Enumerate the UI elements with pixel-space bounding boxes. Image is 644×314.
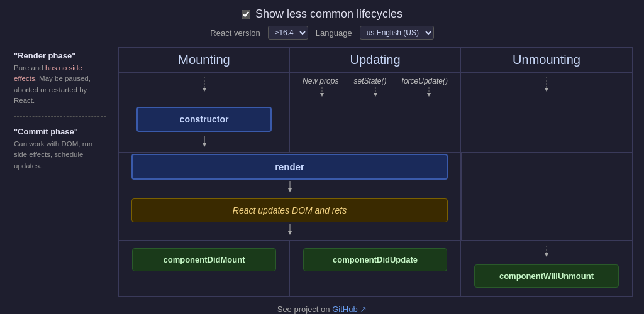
constructor-box: constructor [136, 107, 272, 132]
did-mount-cell: componentDidMount [119, 240, 290, 296]
svg-marker-5 [374, 93, 377, 97]
react-version-select[interactable]: ≥16.4 [268, 26, 308, 40]
trigger1-label: New props [303, 77, 338, 85]
commit-phase-section: "Commit phase" Can work with DOM, run si… [14, 127, 106, 171]
mounting-trigger-cell [119, 73, 290, 102]
constructor-arrow [201, 136, 208, 149]
sidebar: "Render phase" Pure and has no side effe… [6, 45, 113, 300]
dom-span-cell: React updates DOM and refs [119, 197, 461, 240]
svg-marker-15 [288, 231, 292, 235]
did-update-cell: componentDidUpdate [290, 240, 461, 296]
unmount-arrow [543, 246, 550, 259]
render-span-cell: render [119, 152, 461, 197]
unmounting-render-empty [461, 152, 632, 197]
footer: See project on GitHub ↗ [277, 300, 367, 314]
svg-marker-11 [203, 143, 206, 147]
lifecycle-checkbox[interactable] [242, 10, 250, 19]
svg-marker-17 [545, 253, 548, 257]
title-row: Show less common lifecycles [242, 8, 402, 21]
unmounting-header: Unmounting [461, 48, 632, 73]
unmounting-dom-empty [461, 197, 632, 240]
language-label: Language [316, 28, 352, 38]
dom-box: React updates DOM and refs [131, 198, 448, 222]
updating-arrows [295, 87, 455, 99]
react-version-label: React version [210, 28, 260, 38]
render-box: render [131, 154, 448, 180]
svg-marker-1 [203, 88, 206, 92]
unmounting-blank-constructor [461, 102, 632, 152]
updating-blank-constructor [290, 102, 461, 152]
title-text: Show less common lifecycles [255, 8, 402, 21]
main-content: "Render phase" Pure and has no side effe… [0, 45, 644, 300]
svg-marker-9 [545, 88, 548, 92]
unmounting-dashed-arrow [543, 77, 550, 95]
language-select[interactable]: us English (US) [360, 26, 434, 40]
mounting-dashed-arrow [201, 77, 208, 95]
github-link[interactable]: GitHub ↗ [332, 305, 367, 314]
constructor-cell: constructor [119, 102, 290, 152]
updating-arrow2 [372, 87, 379, 99]
controls-row: React version ≥16.4 Language us English … [210, 26, 433, 40]
svg-marker-3 [320, 93, 324, 97]
will-unmount-box: componentWillUnmount [474, 264, 619, 288]
updating-arrow1 [319, 87, 325, 99]
commit-phase-desc: Can work with DOM, run side effects, sch… [14, 139, 106, 171]
commit-phase-label: "Commit phase" [14, 127, 106, 136]
external-link-icon: ↗ [360, 305, 367, 314]
trigger3-label: forceUpdate() [402, 77, 448, 85]
render-phase-desc: Pure and has no side effects. May be pau… [14, 63, 106, 106]
updating-title: Updating [350, 53, 400, 67]
dom-arrow [287, 224, 293, 237]
github-link-label: GitHub [332, 305, 357, 314]
mounting-header: Mounting [119, 48, 290, 73]
render-phase-section: "Render phase" Pure and has no side effe… [14, 51, 106, 106]
mounting-title: Mounting [178, 53, 230, 67]
unmounting-trigger-cell [461, 73, 632, 102]
footer-text: See project on [277, 305, 332, 314]
diagram: Mounting Updating Unmounting New props s… [113, 45, 638, 300]
updating-arrow3 [426, 87, 432, 99]
top-bar: Show less common lifecycles React versio… [0, 0, 644, 45]
highlight-text: has no side effects [14, 64, 82, 82]
render-phase-label: "Render phase" [14, 51, 106, 60]
updating-header: Updating [290, 48, 461, 73]
did-mount-box: componentDidMount [132, 248, 277, 271]
svg-marker-7 [427, 93, 431, 97]
diagram-grid: Mounting Updating Unmounting New props s… [118, 47, 633, 297]
will-unmount-cell: componentWillUnmount [461, 240, 632, 296]
did-update-box: componentDidUpdate [303, 248, 448, 271]
svg-marker-13 [288, 188, 292, 192]
updating-trigger-cell: New props setState() forceUpdate() [290, 73, 461, 102]
unmounting-title: Unmounting [513, 53, 580, 67]
trigger2-label: setState() [353, 77, 386, 85]
sidebar-divider [14, 116, 106, 117]
trigger-row: New props setState() forceUpdate() [295, 77, 455, 85]
render-arrow [287, 181, 293, 195]
